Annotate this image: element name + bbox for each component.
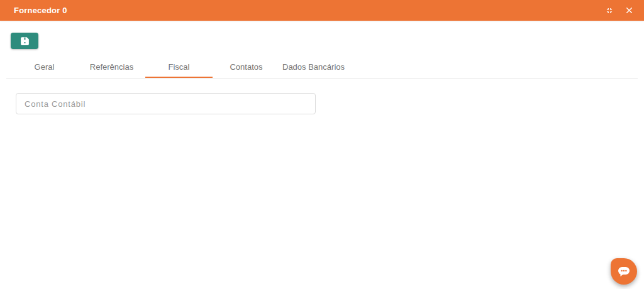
tab-dados-bancarios[interactable]: Dados Bancários [280,58,347,78]
chat-bubble-icon [618,266,630,277]
dialog-titlebar: Fornecedor 0 [0,0,644,21]
conta-contabil-input[interactable] [16,93,316,114]
tab-bar: Geral Referências Fiscal Contatos Dados … [6,58,638,79]
titlebar-actions [604,5,635,16]
tab-geral[interactable]: Geral [11,58,78,78]
save-button[interactable] [11,33,38,49]
fullscreen-exit-icon [605,6,614,15]
fiscal-tab-panel [0,79,644,114]
fullscreen-exit-button[interactable] [604,5,615,16]
tab-fiscal[interactable]: Fiscal [145,58,213,78]
tab-referencias[interactable]: Referências [78,58,145,78]
save-icon [20,36,30,46]
chat-widget-button[interactable] [611,258,637,285]
tab-contatos[interactable]: Contatos [213,58,280,78]
close-icon [625,6,633,14]
dialog-title: Fornecedor 0 [14,6,604,15]
toolbar [0,21,644,49]
close-button[interactable] [623,5,635,16]
